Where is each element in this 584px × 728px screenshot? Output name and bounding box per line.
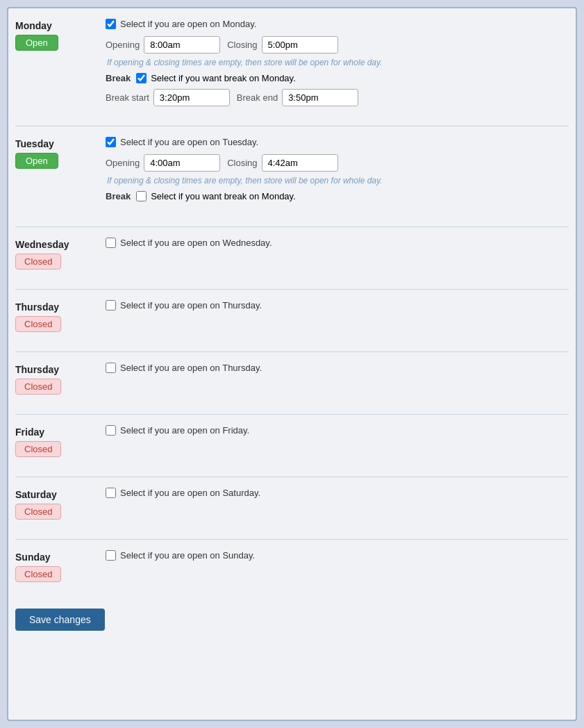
day-content-2: Select if you are open on Wednesday. (99, 238, 569, 255)
open-checkbox-row-6: Select if you are open on Saturday. (106, 488, 569, 498)
break-top-row-1: BreakSelect if you want break on Monday. (106, 191, 569, 201)
save-changes-button[interactable]: Save changes (15, 609, 105, 631)
open-checkbox-row-0: Select if you are open on Monday. (106, 19, 569, 29)
break-end-group-0: Break end (237, 89, 358, 106)
day-section-thursday-4: ThursdayClosedSelect if you are open on … (15, 363, 569, 402)
day-label-col-6: SaturdayClosed (15, 488, 99, 520)
open-checkbox-label-5: Select if you are open on Friday. (120, 425, 249, 436)
day-content-0: Select if you are open on Monday.Opening… (99, 19, 569, 106)
day-status-button-2[interactable]: Closed (15, 254, 61, 270)
day-name-0: Monday (15, 20, 52, 31)
divider-0 (15, 126, 569, 126)
day-label-col-4: ThursdayClosed (15, 363, 99, 395)
day-name-7: Sunday (15, 552, 51, 563)
break-start-group-0: Break start (106, 89, 230, 106)
day-status-button-1[interactable]: Open (15, 153, 58, 169)
day-label-col-2: WednesdayClosed (15, 238, 99, 270)
closing-label-1: Closing (227, 158, 257, 168)
break-checkbox-label-0: Select if you want break on Monday. (151, 73, 296, 83)
open-checkbox-6[interactable] (106, 488, 116, 498)
day-label-col-0: MondayOpen (15, 19, 99, 51)
break-section-0: BreakSelect if you want break on Monday.… (106, 73, 569, 106)
closing-input-0[interactable] (262, 36, 338, 53)
break-label-1: Break (106, 191, 131, 201)
opening-label-0: Opening (106, 40, 140, 50)
day-label-col-3: ThursdayClosed (15, 300, 99, 332)
divider-6 (15, 539, 569, 540)
break-label-0: Break (106, 73, 131, 83)
divider-4 (15, 414, 569, 415)
opening-input-0[interactable] (144, 36, 220, 53)
day-section-wednesday-2: WednesdayClosedSelect if you are open on… (15, 238, 569, 276)
day-status-button-7[interactable]: Closed (15, 566, 61, 582)
hint-text-1: If opening & closing times are empty, th… (107, 176, 569, 185)
day-name-1: Tuesday (15, 138, 54, 149)
day-label-col-7: SundayClosed (15, 550, 99, 582)
day-section-tuesday-1: TuesdayOpenSelect if you are open on Tue… (15, 137, 569, 214)
divider-1 (15, 226, 569, 227)
open-checkbox-1[interactable] (106, 137, 116, 147)
break-end-input-0[interactable] (282, 89, 358, 106)
open-checkbox-0[interactable] (106, 19, 116, 29)
day-content-6: Select if you are open on Saturday. (99, 488, 569, 505)
day-status-button-3[interactable]: Closed (15, 316, 61, 332)
day-content-7: Select if you are open on Sunday. (99, 550, 569, 568)
open-checkbox-row-5: Select if you are open on Friday. (106, 425, 569, 436)
day-label-col-5: FridayClosed (15, 425, 99, 457)
open-checkbox-4[interactable] (106, 363, 116, 373)
open-checkbox-row-2: Select if you are open on Wednesday. (106, 238, 569, 248)
closing-group-1: Closing (227, 154, 337, 172)
opening-input-1[interactable] (144, 154, 220, 172)
break-section-1: BreakSelect if you want break on Monday. (106, 191, 569, 201)
divider-5 (15, 477, 569, 477)
day-section-sunday-7: SundayClosedSelect if you are open on Su… (15, 550, 569, 589)
day-section-friday-5: FridayClosedSelect if you are open on Fr… (15, 425, 569, 464)
time-row-0: OpeningClosing (106, 36, 569, 53)
hint-text-0: If opening & closing times are empty, th… (107, 58, 569, 67)
opening-group-1: Opening (106, 154, 220, 172)
break-start-input-0[interactable] (153, 89, 230, 106)
break-end-label-0: Break end (237, 92, 278, 103)
break-start-label-0: Break start (106, 92, 149, 103)
day-status-button-6[interactable]: Closed (15, 504, 61, 520)
closing-label-0: Closing (227, 40, 257, 50)
day-status-button-0[interactable]: Open (15, 35, 58, 51)
day-section-thursday-3: ThursdayClosedSelect if you are open on … (15, 300, 569, 339)
main-container: MondayOpenSelect if you are open on Mond… (7, 7, 577, 721)
day-content-4: Select if you are open on Thursday. (99, 363, 569, 380)
closing-group-0: Closing (227, 36, 337, 53)
open-checkbox-row-4: Select if you are open on Thursday. (106, 363, 569, 373)
day-name-5: Friday (15, 427, 44, 438)
open-checkbox-2[interactable] (106, 238, 116, 248)
open-checkbox-row-1: Select if you are open on Tuesday. (106, 137, 569, 147)
open-checkbox-label-3: Select if you are open on Thursday. (120, 300, 262, 311)
day-name-2: Wednesday (15, 239, 69, 250)
day-name-6: Saturday (15, 489, 57, 500)
day-status-button-5[interactable]: Closed (15, 441, 61, 457)
day-name-3: Thursday (15, 301, 59, 313)
open-checkbox-label-4: Select if you are open on Thursday. (120, 363, 262, 373)
day-label-col-1: TuesdayOpen (15, 137, 99, 169)
break-time-row-0: Break startBreak end (106, 89, 569, 106)
open-checkbox-label-6: Select if you are open on Saturday. (120, 488, 260, 498)
break-checkbox-0[interactable] (136, 73, 147, 83)
open-checkbox-3[interactable] (106, 300, 116, 311)
divider-3 (15, 351, 569, 352)
open-checkbox-7[interactable] (106, 550, 116, 561)
break-top-row-0: BreakSelect if you want break on Monday. (106, 73, 569, 83)
day-section-monday-0: MondayOpenSelect if you are open on Mond… (15, 19, 569, 113)
open-checkbox-label-7: Select if you are open on Sunday. (120, 550, 255, 561)
day-content-3: Select if you are open on Thursday. (99, 300, 569, 317)
open-checkbox-row-3: Select if you are open on Thursday. (106, 300, 569, 311)
time-row-1: OpeningClosing (106, 154, 569, 172)
day-content-5: Select if you are open on Friday. (99, 425, 569, 442)
open-checkbox-label-1: Select if you are open on Tuesday. (120, 137, 258, 147)
day-section-saturday-6: SaturdayClosedSelect if you are open on … (15, 488, 569, 527)
closing-input-1[interactable] (262, 154, 338, 172)
opening-label-1: Opening (106, 158, 140, 168)
break-checkbox-label-1: Select if you want break on Monday. (151, 191, 296, 201)
divider-2 (15, 289, 569, 290)
day-status-button-4[interactable]: Closed (15, 379, 61, 395)
open-checkbox-5[interactable] (106, 425, 116, 436)
break-checkbox-1[interactable] (136, 191, 147, 201)
